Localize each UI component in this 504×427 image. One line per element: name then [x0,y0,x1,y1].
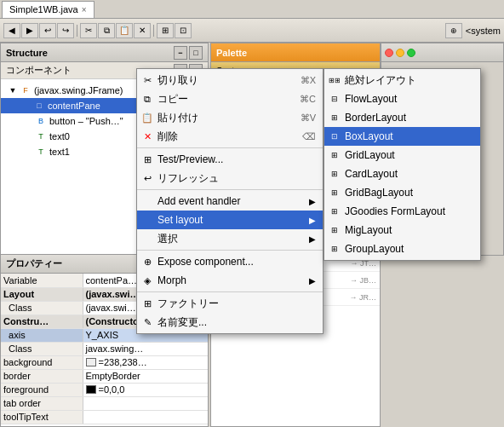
delete-label: 削除 [158,130,178,144]
mig-icon: ⊞ [328,223,341,237]
props-background-key: background [1,355,83,369]
props-tooltip-value[interactable] [83,410,208,424]
submenu-flow[interactable]: ⊟ FlowLayout [324,89,480,108]
jframe-label: (javax.swing.JFrame) [34,85,123,95]
flow-icon: ⊟ [328,92,341,106]
maximize-dot[interactable] [407,49,415,57]
text1-label: text1 [49,147,70,157]
copy-label: コピー [158,92,188,107]
absolute-icon: ⊞⊞ [328,73,341,87]
add-event-label: Add event handler [158,195,240,207]
mig-label: MigLayout [345,224,392,236]
structure-collapse-btn[interactable]: − [174,46,187,60]
props-foreground-value[interactable]: =0,0,0 [83,383,208,396]
submenu-box[interactable]: ⊡ BoxLayout [324,127,480,146]
menu-item-test-preview[interactable]: ⊞ Test/Preview... [137,150,323,169]
minimize-dot[interactable] [396,49,404,57]
toolbar-cut-btn[interactable]: ✂ [80,23,97,38]
box-icon: ⊡ [328,130,341,143]
structure-pin-btn[interactable]: □ [189,46,203,60]
props-row-foreground: foreground =0,0,0 [1,383,208,396]
layout-submenu: ⊞⊞ 絶対レイアウト ⊟ FlowLayout ⊞ BorderLayout ⊡… [324,68,481,261]
props-background-value[interactable]: =238,238… [83,355,208,369]
structure-panel-title: Structure [6,48,48,58]
refresh-label: リフレッシュ [158,171,219,186]
toolbar-system-label: <system [466,26,501,36]
close-dot[interactable] [385,49,393,57]
props-variable-key: Variable [1,274,83,287]
props-layout-class-key: Class [1,301,83,314]
paste-icon: 📋 [140,111,154,124]
copy-icon: ⧉ [140,92,154,106]
submenu-group[interactable]: ⊞ GroupLayout [324,239,480,258]
properties-title: プロパティー [6,257,62,270]
toolbar-forward-btn[interactable]: ▶ [21,23,38,38]
menu-item-morph[interactable]: ◈ Morph ▶ [137,271,323,290]
group-icon: ⊞ [328,242,341,256]
menu-item-refresh[interactable]: ↩ リフレッシュ [137,169,323,188]
card-label: CardLayout [345,168,398,180]
toolbar-copy-btn[interactable]: ⧉ [98,23,115,38]
tree-toggle-contentpane [21,101,32,111]
toolbar-align-btn[interactable]: ⊞ [157,23,174,38]
menu-item-rename[interactable]: ✎ 名前変更... [137,313,323,332]
text1-icon: T [35,146,47,158]
structure-subheader-label: コンポーネント [6,64,72,77]
toolbar-undo-btn[interactable]: ↩ [39,23,56,38]
tab-close-icon[interactable]: × [82,5,87,14]
expose-icon: ⊕ [140,255,154,268]
toolbar-back-btn[interactable]: ◀ [3,23,20,38]
border-label: BorderLayout [345,112,406,124]
menu-item-set-layout[interactable]: Set layout ▶ [137,211,323,229]
submenu-gridbag[interactable]: ⊞ GridBagLayout [324,183,480,202]
submenu-grid[interactable]: ⊞ GridLayout [324,146,480,164]
menu-item-cut[interactable]: ✂ 切り取り ⌘X [137,71,323,89]
submenu-jgoodies[interactable]: ⊞ JGoodies FormLayout [324,202,480,221]
jcheckbox-arrow: → JR… [350,293,377,302]
cut-shortcut: ⌘X [301,75,316,86]
structure-panel-header: Structure − □ [1,43,208,62]
structure-panel-icons: − □ [174,46,203,60]
toolbar-paste-btn[interactable]: 📋 [116,23,133,38]
menu-item-select[interactable]: 選択 ▶ [137,229,323,248]
submenu-mig[interactable]: ⊞ MigLayout [324,221,480,239]
props-tooltip-key: toolTipText [1,410,83,424]
props-class2-value[interactable]: javax.swing… [83,342,208,355]
submenu-border[interactable]: ⊞ BorderLayout [324,108,480,127]
toolbar-grid-btn[interactable]: ⊡ [175,23,192,38]
submenu-absolute[interactable]: ⊞⊞ 絶対レイアウト [324,71,480,89]
props-taborder-value[interactable] [83,396,208,410]
toolbar-delete-btn[interactable]: ✕ [134,23,151,38]
background-swatch: =238,238… [86,357,147,367]
grid-icon: ⊞ [328,148,341,162]
props-border-value[interactable]: EmptyBorder [83,369,208,383]
select-label: 選択 [158,232,178,246]
toolbar-sep2 [153,25,154,37]
menu-item-add-event[interactable]: Add event handler ▶ [137,192,323,211]
props-class2-key: Class [1,342,83,355]
rename-icon: ✎ [140,315,154,329]
submenu-card[interactable]: ⊞ CardLayout [324,164,480,183]
morph-label: Morph [158,274,186,286]
preview-header [381,43,503,62]
menu-item-delete[interactable]: ✕ 削除 ⌫ [137,127,323,146]
contentpane-label: contentPane [48,101,100,111]
editor-tab[interactable]: Simple1WB.java × [2,1,94,18]
menu-item-copy[interactable]: ⧉ コピー ⌘C [137,89,323,108]
copy-shortcut: ⌘C [300,94,316,105]
palette-title: Palette [216,48,247,58]
props-row-class2: Class javax.swing… [1,342,208,355]
set-layout-arrow: ▶ [309,216,316,225]
menu-item-expose[interactable]: ⊕ Expose component... [137,252,323,271]
toolbar-redo-btn[interactable]: ↪ [57,23,74,38]
props-row-border: border EmptyBorder [1,369,208,383]
props-border-key: border [1,369,83,383]
test-preview-label: Test/Preview... [158,153,223,165]
refresh-icon: ↩ [140,171,154,185]
toolbar-system-icon[interactable]: ⊕ [445,23,462,38]
props-foreground-key: foreground [1,383,83,396]
menu-item-paste[interactable]: 📋 貼り付け ⌘V [137,108,323,127]
tree-toggle-jframe[interactable]: ▼ [8,85,18,95]
jframe-icon: F [20,84,32,96]
menu-item-factory[interactable]: ⊞ ファクトリー [137,294,323,313]
